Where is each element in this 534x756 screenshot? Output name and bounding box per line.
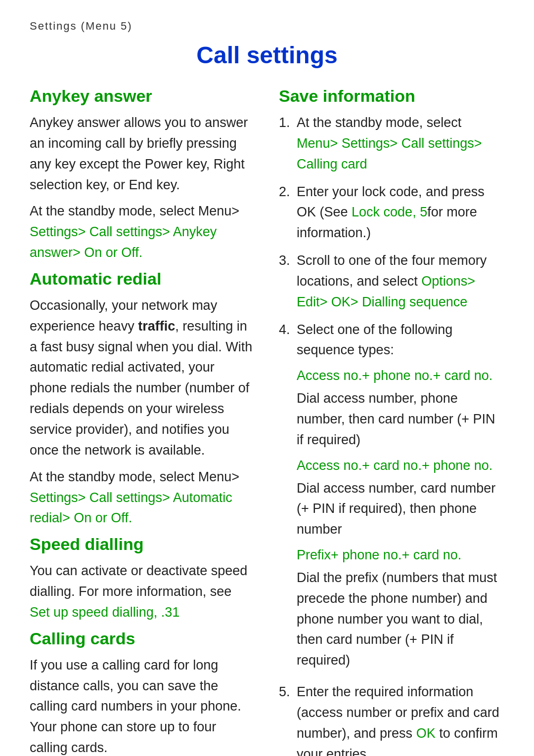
step-1: 1. At the standby mode, select Menu> Set… [279, 113, 504, 175]
sub-body-1: Dial access number, phone number, then c… [297, 388, 504, 451]
sub-body-2: Dial access number, card number (+ PIN i… [297, 478, 504, 541]
right-column: Save information 1. At the standby mode,… [279, 86, 504, 756]
speed-dial-heading: Speed dialling [30, 535, 255, 554]
section-auto-redial: Automatic redial Occasionally, your netw… [30, 269, 255, 529]
step-5: 5. Enter the required information (acces… [279, 682, 504, 756]
save-info-steps: 1. At the standby mode, select Menu> Set… [279, 113, 504, 756]
section-speed-dial: Speed dialling You can activate or deact… [30, 535, 255, 623]
anykey-body-1: Anykey answer allows you to answer an in… [30, 113, 255, 195]
auto-redial-body-2: At the standby mode, select Menu> Settin… [30, 467, 255, 529]
sub-heading-2: Access no.+ card no.+ phone no. [297, 456, 504, 476]
auto-redial-body-1: Occasionally, your network may experienc… [30, 295, 255, 461]
step-2: 2. Enter your lock code, and press OK (S… [279, 182, 504, 244]
page-title: Call settings [30, 42, 504, 69]
anykey-heading: Anykey answer [30, 86, 255, 106]
calling-cards-body: If you use a calling card for long dista… [30, 655, 255, 756]
save-info-heading: Save information [279, 86, 504, 106]
speed-dial-body: You can activate or deactivate speed dia… [30, 561, 255, 623]
sub-body-3: Dial the prefix (numbers that must prece… [297, 568, 504, 671]
step-3: 3. Scroll to one of the four memory loca… [279, 251, 504, 313]
step-4: 4. Select one of the following sequence … [279, 320, 504, 675]
sub-heading-3: Prefix+ phone no.+ card no. [297, 545, 504, 566]
anykey-body-2: At the standby mode, select Menu> Settin… [30, 201, 255, 263]
breadcrumb: Settings (Menu 5) [30, 20, 504, 33]
section-anykey: Anykey answer Anykey answer allows you t… [30, 86, 255, 263]
calling-cards-heading: Calling cards [30, 629, 255, 648]
left-column: Anykey answer Anykey answer allows you t… [30, 86, 255, 756]
section-calling-cards: Calling cards If you use a calling card … [30, 629, 255, 756]
sub-heading-1: Access no.+ phone no.+ card no. [297, 366, 504, 386]
auto-redial-heading: Automatic redial [30, 269, 255, 289]
